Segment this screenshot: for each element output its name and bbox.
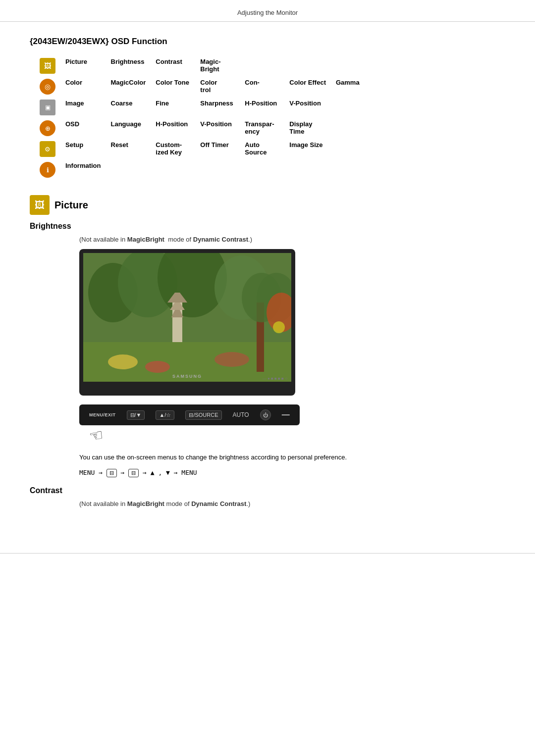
information-label: Information [60,159,106,180]
table-row: 🖼 Picture Brightness Contrast Magic-Brig… [35,55,375,76]
colorcontrol-item: Colortrol [195,76,240,97]
contrast-item: Contrast [151,55,195,76]
cp-btn-3[interactable]: ⊟/SOURCE [185,410,221,420]
information-icon-cell: ℹ [35,159,60,180]
picture-section-icon: 🖼 [30,195,50,215]
color-icon: ◎ [40,79,55,95]
monitor-screen: SAMSUNG — ● ■ ■ ■ ■ ○ [83,253,291,382]
hand-pointer-icon: ☜ [88,425,105,446]
table-row: ⊕ OSD Language H-Position V-Position Tra… [35,118,375,139]
magicbright-bold: MagicBright [127,236,164,243]
setup-icon-cell: ⚙ [35,139,60,159]
brightness-item: Brightness [106,55,151,76]
monitor-brand: SAMSUNG [172,374,202,379]
fine-item: Fine [151,97,195,118]
image-icon: ▣ [40,100,55,115]
description-text-content: You can use the on-screen menus to chang… [79,454,347,461]
menu-path: MENU → ⊟ → ⊟ → ▲ , ▼ → MENU [79,469,505,477]
note-suffix: .) [248,236,252,243]
page-header: Adjusting the Monitor [0,0,535,22]
transparency-item: Transpar-ency [240,118,284,139]
table-row: ▣ Image Coarse Fine Sharpness H-Position… [35,97,375,118]
contrast-note: (Not available in MagicBright mode of Dy… [79,500,505,507]
contrast-magicbright-bold: MagicBright [127,500,164,507]
magiccolor-item: MagicColor [106,76,151,97]
monitor-outer: SAMSUNG — ● ■ ■ ■ ■ ○ [79,249,295,396]
color-icon-cell: ◎ [35,76,60,97]
box-icon-2: ⊟ [128,469,139,477]
osd-section-title: {2043EW/2043EWX} OSD Function [30,37,505,47]
cp-btn-2[interactable]: ▲/☆ [156,410,174,420]
monitor-controls-bar: — ● ■ ■ ■ ■ ○ [263,376,287,381]
picture-section-header: 🖼 Picture [30,195,505,215]
vposition-osd-item: V-Position [195,118,240,139]
svg-point-17 [273,321,285,333]
brightness-title: Brightness [30,222,505,231]
osd-icon-cell: ⊕ [35,118,60,139]
menu-exit-label: MENU/EXIT [89,412,116,417]
autosource-item: AutoSource [240,139,284,159]
contrast-note-suffix: .) [246,500,250,507]
picture-label: Picture [60,55,106,76]
information-icon: ℹ [40,162,55,178]
coloreffect-item: Color Effect [284,76,331,97]
contrast-note-middle: mode of [164,500,191,507]
sharpness-item: Sharpness [195,97,240,118]
control-panel: MENU/EXIT ⊟/▼ ▲/☆ ⊟/SOURCE AUTO ⏻ — ☜ [79,404,300,425]
con-item: Con- [240,76,284,97]
picture-icon-cell: 🖼 [35,55,60,76]
cp-minus[interactable]: — [282,410,290,419]
color-label: Color [60,76,106,97]
contrast-dynamiccontrast-bold: Dynamic Contrast [191,500,246,507]
setup-icon: ⚙ [40,141,55,157]
offtimer-item: Off Timer [195,139,240,159]
image-icon-cell: ▣ [35,97,60,118]
menu-path-text: MENU → ⊟ → ⊟ → ▲ , ▼ → MENU [79,469,197,476]
table-row: ℹ Information [35,159,375,180]
control-panel-container: MENU/EXIT ⊟/▼ ▲/☆ ⊟/SOURCE AUTO ⏻ — ☜ [79,404,505,425]
contrast-note-prefix: (Not available in [79,500,127,507]
osd-icon: ⊕ [40,120,55,136]
image-label: Image [60,97,106,118]
svg-point-12 [145,361,170,373]
picture-section-title: Picture [54,200,88,211]
osd-table: 🖼 Picture Brightness Contrast Magic-Brig… [35,55,375,180]
contrast-section: Contrast (Not available in MagicBright m… [30,486,505,507]
monitor-image-container: SAMSUNG — ● ■ ■ ■ ■ ○ [79,249,505,396]
table-row: ◎ Color MagicColor Color Tone Colortrol … [35,76,375,97]
note-prefix: (Not available in [79,236,127,243]
language-item: Language [106,118,151,139]
svg-point-11 [108,354,138,369]
page-footer [0,553,535,557]
picture-icon: 🖼 [40,58,55,74]
table-row: ⚙ Setup Reset Custom-ized Key Off Timer … [35,139,375,159]
imagesize-item: Image Size [284,139,331,159]
osd-label: OSD [60,118,106,139]
cp-power-btn[interactable]: ⏻ [260,409,271,420]
coarse-item: Coarse [106,97,151,118]
note-middle: mode of [164,236,193,243]
page-content: {2043EW/2043EWX} OSD Function 🖼 Picture … [0,22,535,533]
displaytime-item: DisplayTime [284,118,331,139]
brightness-description: You can use the on-screen menus to chang… [79,453,426,463]
vposition-image-item: V-Position [284,97,331,118]
reset-item: Reset [106,139,151,159]
gamma-item: Gamma [331,76,375,97]
customizedkey-item: Custom-ized Key [151,139,195,159]
magic-bright-item: Magic-Bright [195,55,240,76]
brightness-note: (Not available in MagicBright mode of Dy… [79,236,505,243]
page-title: Adjusting the Monitor [237,9,298,16]
landscape-svg [83,253,291,382]
svg-point-13 [214,352,249,367]
cp-btn-1[interactable]: ⊟/▼ [127,410,145,420]
dynamiccontrast-bold: Dynamic Contrast [193,236,248,243]
setup-label: Setup [60,139,106,159]
hposition-osd-item: H-Position [151,118,195,139]
colortone-item: Color Tone [151,76,195,97]
box-icon-1: ⊟ [107,469,117,477]
contrast-title: Contrast [30,486,505,495]
hposition-image-item: H-Position [240,97,284,118]
auto-label: AUTO [233,411,249,418]
